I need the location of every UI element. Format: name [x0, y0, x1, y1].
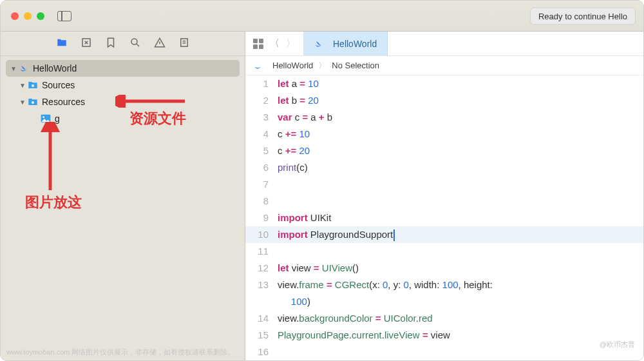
search-icon[interactable] — [129, 37, 141, 51]
code-text — [278, 243, 643, 260]
watermark-left: www.toymoban.com 网络图片仅供展示，非存储，如有侵权请联系删除。 — [6, 347, 234, 357]
svg-point-4 — [32, 101, 34, 104]
code-line[interactable]: 3var c = a + b — [245, 109, 643, 126]
code-text: let a = 10 — [278, 75, 643, 92]
line-number: 15 — [245, 327, 278, 344]
swift-playground-icon — [19, 63, 29, 73]
line-number: 8 — [245, 193, 278, 210]
code-text: PlaygroundPage.current.liveView = view — [278, 327, 643, 344]
line-number: 11 — [245, 243, 278, 260]
code-line[interactable]: 9import UIKit — [245, 210, 643, 226]
code-line[interactable]: 16 — [245, 344, 643, 360]
nav-back-button[interactable]: 〈 — [270, 37, 279, 50]
line-number: 6 — [245, 159, 278, 176]
chevron-right-icon: 〉 — [318, 60, 327, 72]
editor-tabbar: 〈 〉 HelloWorld — [245, 32, 643, 56]
zoom-button[interactable] — [37, 12, 44, 20]
code-line[interactable]: 10import PlaygroundSupport — [245, 226, 643, 243]
editor-area: 〈 〉 HelloWorld HelloWorld 〉 No Selection — [245, 32, 643, 360]
code-line[interactable]: 15PlaygroundPage.current.liveView = view — [245, 327, 643, 344]
jump-bar[interactable]: HelloWorld 〉 No Selection — [245, 56, 643, 75]
line-number: 9 — [245, 210, 278, 226]
file-label: g — [55, 113, 60, 124]
sources-folder[interactable]: ▼ Sources — [6, 77, 240, 93]
issues-icon[interactable] — [154, 37, 166, 51]
project-root[interactable]: ▼ HelloWorld — [6, 60, 240, 77]
chevron-down-icon: ▼ — [19, 99, 26, 106]
code-text: c += 10 — [278, 126, 643, 142]
minimize-button[interactable] — [24, 12, 32, 20]
sidebar-toggle-icon[interactable] — [57, 11, 71, 21]
source-control-icon[interactable] — [80, 37, 92, 51]
code-editor[interactable]: 1let a = 102let b = 203var c = a + b4c +… — [245, 75, 643, 360]
code-line[interactable]: 13view.frame = CGRect(x: 0, y: 0, width:… — [245, 277, 643, 310]
code-line[interactable]: 5c += 20 — [245, 142, 643, 159]
navigator-sidebar: ▼ HelloWorld ▼ Sources ▼ — [1, 32, 245, 360]
close-button[interactable] — [11, 12, 19, 20]
folder-nav-icon[interactable] — [56, 37, 68, 51]
jump-selection: No Selection — [332, 61, 379, 70]
code-text: view.frame = CGRect(x: 0, y: 0, width: 1… — [278, 277, 643, 310]
code-line[interactable]: 7 — [245, 176, 643, 193]
line-number: 13 — [245, 277, 278, 310]
svg-point-1 — [131, 39, 137, 44]
folder-gear-icon — [28, 97, 38, 106]
xcode-window: Ready to continue Hello ▼ HelloWorld — [0, 0, 644, 361]
code-text — [278, 193, 643, 210]
annotation-image-here: 图片放这 — [25, 193, 82, 212]
line-number: 12 — [245, 260, 278, 277]
line-number: 4 — [245, 126, 278, 142]
annotation-arrow — [41, 122, 60, 193]
chevron-down-icon: ▼ — [19, 82, 26, 89]
nav-forward-button[interactable]: 〉 — [286, 37, 296, 50]
code-text — [278, 344, 643, 360]
editor-tab[interactable]: HelloWorld — [303, 32, 388, 55]
editor-nav-controls: 〈 〉 — [245, 37, 303, 50]
code-line[interactable]: 2let b = 20 — [245, 92, 643, 109]
swift-icon — [314, 39, 324, 49]
text-cursor — [393, 229, 395, 241]
navigator-selector — [1, 32, 245, 56]
line-number: 10 — [245, 226, 278, 243]
code-line[interactable]: 6print(c) — [245, 159, 643, 176]
code-text: var c = a + b — [278, 109, 643, 126]
project-label: HelloWorld — [33, 63, 77, 73]
related-items-icon[interactable] — [253, 39, 263, 49]
code-text: let b = 20 — [278, 92, 643, 109]
code-line[interactable]: 4c += 10 — [245, 126, 643, 142]
line-number: 3 — [245, 109, 278, 126]
code-line[interactable]: 1let a = 10 — [245, 75, 643, 92]
code-text: c += 20 — [278, 142, 643, 159]
image-file[interactable]: g — [6, 110, 240, 127]
line-number: 14 — [245, 310, 278, 327]
project-tree: ▼ HelloWorld ▼ Sources ▼ — [1, 56, 245, 131]
folder-label: Resources — [42, 97, 85, 107]
code-text: view.backgroundColor = UIColor.red — [278, 310, 643, 327]
line-number: 5 — [245, 142, 278, 159]
bookmark-icon[interactable] — [105, 37, 117, 51]
traffic-lights — [11, 12, 44, 20]
image-file-icon — [41, 114, 51, 123]
folder-gear-icon — [28, 81, 38, 90]
resources-folder[interactable]: ▼ Resources — [6, 93, 240, 110]
tab-label: HelloWorld — [333, 39, 377, 49]
code-text: import UIKit — [278, 210, 643, 226]
titlebar: Ready to continue Hello — [1, 1, 643, 32]
code-line[interactable]: 14view.backgroundColor = UIColor.red — [245, 310, 643, 327]
line-number: 7 — [245, 176, 278, 193]
jump-root: HelloWorld — [272, 61, 313, 70]
code-text: import PlaygroundSupport — [278, 226, 643, 243]
code-line[interactable]: 8 — [245, 193, 643, 210]
code-text: print(c) — [278, 159, 643, 176]
code-text: let view = UIView() — [278, 260, 643, 277]
code-line[interactable]: 12let view = UIView() — [245, 260, 643, 277]
status-bar: Ready to continue Hello — [530, 7, 636, 24]
debug-icon[interactable] — [178, 37, 190, 51]
line-number: 16 — [245, 344, 278, 360]
chevron-down-icon: ▼ — [10, 65, 17, 72]
folder-label: Sources — [42, 80, 75, 90]
line-number: 2 — [245, 92, 278, 109]
window-body: ▼ HelloWorld ▼ Sources ▼ — [1, 32, 643, 360]
code-line[interactable]: 11 — [245, 243, 643, 260]
swift-icon — [253, 61, 263, 71]
